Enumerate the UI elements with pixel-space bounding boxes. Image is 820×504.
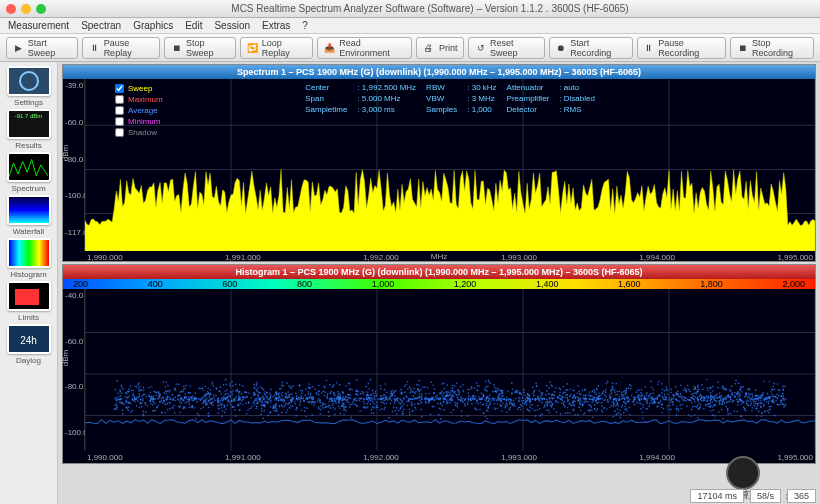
pause-replay-button[interactable]: ⏸Pause Replay — [82, 37, 160, 59]
svg-point-74 — [652, 392, 654, 394]
svg-point-1863 — [480, 399, 482, 401]
svg-point-1788 — [301, 409, 303, 411]
svg-point-42 — [402, 411, 404, 413]
svg-point-2366 — [217, 405, 219, 407]
svg-point-2188 — [309, 387, 311, 389]
svg-point-2187 — [580, 409, 582, 411]
loop-replay-button[interactable]: 🔁Loop Replay — [240, 37, 313, 59]
stop-sweep-button[interactable]: ⏹Stop Sweep — [164, 37, 236, 59]
svg-point-1923 — [329, 384, 331, 386]
svg-point-1736 — [141, 406, 143, 408]
svg-point-944 — [133, 399, 135, 401]
svg-point-471 — [134, 386, 136, 388]
start-recording-button[interactable]: ⏺Start Recording — [549, 37, 633, 59]
svg-point-1670 — [716, 393, 718, 395]
menu-spectran[interactable]: Spectran — [81, 20, 121, 31]
svg-point-1585 — [670, 389, 672, 391]
svg-point-442 — [246, 396, 248, 398]
start-sweep-button[interactable]: ▶Start Sweep — [6, 37, 78, 59]
svg-point-716 — [609, 394, 611, 396]
colorbar-tick: 200 — [73, 279, 88, 289]
sidebar-item-spectrum[interactable]: Spectrum — [5, 152, 53, 193]
svg-point-492 — [321, 392, 323, 394]
menu-session[interactable]: Session — [214, 20, 250, 31]
svg-point-1060 — [783, 399, 785, 401]
sidebar-item-daylog[interactable]: 24hDaylog — [5, 324, 53, 365]
legend-checkbox-minimum[interactable] — [115, 117, 124, 126]
sidebar-item-settings[interactable]: Settings — [5, 66, 53, 107]
menu-help[interactable]: ? — [302, 20, 308, 31]
svg-point-298 — [146, 396, 148, 398]
reset-sweep-button[interactable]: ↺Reset Sweep — [468, 37, 544, 59]
read-environment-button[interactable]: 📥Read Environment — [317, 37, 412, 59]
svg-point-2241 — [300, 399, 302, 401]
svg-point-573 — [338, 406, 340, 408]
sidebar-item-waterfall[interactable]: Waterfall — [5, 195, 53, 236]
svg-point-409 — [323, 395, 325, 397]
svg-point-1703 — [228, 399, 230, 401]
svg-point-1472 — [708, 403, 710, 405]
maximize-icon[interactable] — [36, 4, 46, 14]
svg-point-212 — [754, 405, 756, 407]
minimize-icon[interactable] — [21, 4, 31, 14]
svg-point-517 — [172, 407, 174, 409]
svg-point-707 — [264, 393, 266, 395]
menu-edit[interactable]: Edit — [185, 20, 202, 31]
legend-checkbox-average[interactable] — [115, 106, 124, 115]
sidebar-item-results[interactable]: -91.7 dBmResults — [5, 109, 53, 150]
svg-point-1899 — [737, 391, 739, 393]
svg-point-1081 — [326, 406, 328, 408]
svg-point-2036 — [582, 403, 584, 405]
svg-point-1750 — [255, 399, 257, 401]
svg-point-2512 — [132, 398, 134, 400]
svg-point-1155 — [307, 398, 309, 400]
svg-point-557 — [676, 408, 678, 410]
svg-point-1504 — [546, 390, 548, 392]
svg-point-2061 — [306, 407, 308, 409]
svg-point-933 — [611, 405, 613, 407]
spectrum-chart[interactable]: SweepMaximumAverageMinimumShadow Center:… — [85, 79, 815, 251]
sidebar-item-limits[interactable]: Limits — [5, 281, 53, 322]
svg-point-1848 — [412, 391, 414, 393]
svg-point-2246 — [198, 398, 200, 400]
svg-point-2356 — [535, 399, 537, 401]
svg-point-1781 — [233, 400, 235, 402]
svg-point-1943 — [301, 396, 303, 398]
svg-point-2416 — [184, 402, 186, 404]
pause-recording-button[interactable]: ⏸Pause Recording — [637, 37, 727, 59]
svg-point-19 — [441, 390, 443, 392]
svg-point-2020 — [391, 399, 393, 401]
svg-point-1640 — [203, 396, 205, 398]
sidebar-item-histogram[interactable]: Histogram — [5, 238, 53, 279]
svg-point-1391 — [656, 406, 658, 408]
menu-measurement[interactable]: Measurement — [8, 20, 69, 31]
menu-extras[interactable]: Extras — [262, 20, 290, 31]
svg-point-2043 — [229, 395, 231, 397]
svg-point-925 — [354, 399, 356, 401]
legend-checkbox-maximum[interactable] — [115, 95, 124, 104]
svg-point-1356 — [363, 391, 365, 393]
legend-checkbox-sweep[interactable] — [115, 84, 124, 93]
menu-graphics[interactable]: Graphics — [133, 20, 173, 31]
svg-point-1400 — [320, 409, 322, 411]
close-icon[interactable] — [6, 4, 16, 14]
svg-point-1277 — [559, 392, 561, 394]
svg-point-2331 — [127, 391, 129, 393]
svg-point-1556 — [341, 403, 343, 405]
svg-point-1715 — [189, 385, 191, 387]
svg-point-2457 — [222, 410, 224, 412]
stop-recording-button[interactable]: ⏹Stop Recording — [730, 37, 814, 59]
svg-point-1270 — [524, 394, 526, 396]
histogram-chart[interactable] — [85, 289, 815, 451]
svg-point-1340 — [590, 395, 592, 397]
print-button[interactable]: 🖨Print — [416, 37, 465, 59]
svg-point-829 — [502, 398, 504, 400]
svg-point-1268 — [339, 407, 341, 409]
legend-checkbox-shadow[interactable] — [115, 128, 124, 137]
svg-point-828 — [488, 379, 490, 381]
svg-point-1538 — [268, 399, 270, 401]
svg-point-450 — [260, 413, 262, 415]
svg-point-848 — [739, 392, 741, 394]
svg-point-1546 — [343, 409, 345, 411]
svg-point-1897 — [755, 401, 757, 403]
